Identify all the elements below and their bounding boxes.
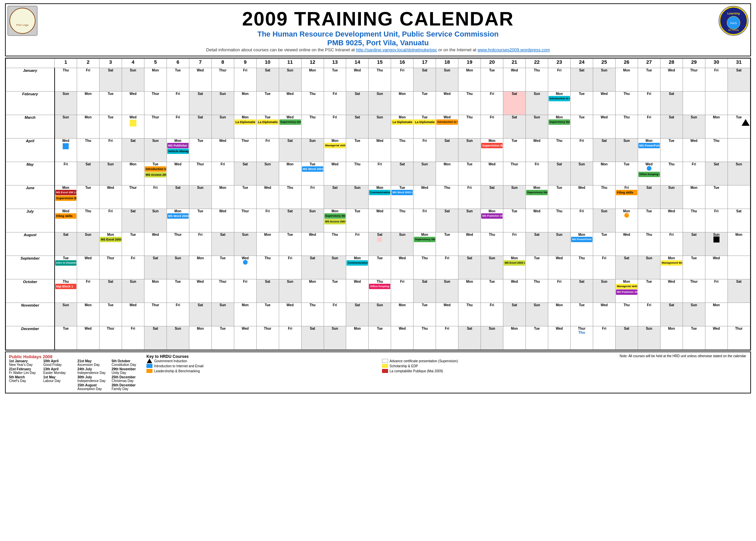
holiday-item: 10th AprilGood Friday (43, 359, 75, 367)
may-label: May (6, 162, 55, 185)
oct-30: Fri (705, 279, 728, 303)
jan-26: Mon (615, 68, 638, 92)
feb-18: Wed (436, 92, 458, 115)
holiday-item (9, 383, 41, 391)
may-22: Fri (526, 162, 548, 185)
oct-23: Fri (548, 279, 571, 303)
jun-12: Fri (301, 185, 324, 209)
oct-1: Thu Mgt Block 1 (55, 279, 77, 303)
jul-13: Mon Supervisory Skills S A N M A MS Acce… (324, 209, 346, 232)
feb-17: Tue (414, 92, 436, 115)
apr-28: Tue (660, 139, 683, 162)
jun-20: Sat (481, 185, 503, 209)
mar-20: Fri (481, 115, 503, 139)
apr-27: Mon MS PowerPoint 2003 (638, 139, 660, 162)
nov-21: Sat (503, 303, 526, 326)
jun-27: Sat (638, 185, 660, 209)
jan-10: Sat (256, 68, 279, 92)
jun-9: Tue (234, 185, 256, 209)
jan-20: Tue (481, 68, 503, 92)
feb-8: Sun (211, 92, 234, 115)
nov-6: Fri (167, 303, 189, 326)
holiday-item: 30th JulyIndependence Day (77, 375, 109, 383)
oct-28: Wed (660, 279, 683, 303)
aug-9: Sun (234, 232, 256, 256)
oct-14: Wed (346, 279, 369, 303)
apr-25: Sat (593, 139, 615, 162)
oct-8: Thur (211, 279, 234, 303)
apr-19: Sun (458, 139, 481, 162)
jul-1: Wed Filing skills (55, 209, 77, 232)
oct-25: Sun (593, 279, 615, 303)
apr-7: Tue (189, 139, 211, 162)
holiday-item: 24th JulyIndependence Day (77, 367, 109, 375)
dec-16: Wed (391, 326, 414, 350)
aug-30-square (713, 236, 719, 242)
nov-26: Thu (615, 303, 638, 326)
oct-12: Mon (301, 279, 324, 303)
event-ms-publisher-2003-1: MS Publisher 2003 (167, 143, 189, 148)
july-row: July Wed Filing skills Thu Fri Sat Sun M… (6, 209, 750, 232)
mar-6: Fri (167, 115, 189, 139)
mar-10: Tue La Diplomatie (256, 115, 279, 139)
aug-6: Thur (167, 232, 189, 256)
event-ms-access-2003-l1: MS Access 2003 L1 (145, 172, 166, 177)
aug-13: Thu (324, 232, 346, 256)
dec-27: Sun (638, 326, 660, 350)
jun-26: Fri Filing skills (615, 185, 638, 209)
dec-5: Sat (144, 326, 167, 350)
feb-7: Sat (189, 92, 211, 115)
jul-28: Wed (660, 209, 683, 232)
jan-13: Tue (324, 68, 346, 92)
nov-30: Mon (705, 303, 728, 326)
dec-4: Fri (122, 326, 144, 350)
sep-2: Wed (77, 256, 100, 279)
jun-1: Mon MS Excel 200 L2 Supervision Block 2 (55, 185, 77, 209)
apr-9: Thur (234, 139, 256, 162)
aug-18: Tue (436, 232, 458, 256)
intranet-link[interactable]: http://sardine.vangov.local/dotnetnuke/p… (356, 47, 437, 52)
jul-6: Mon MS Word 2003 L2 (167, 209, 189, 232)
day-15: 15 (369, 59, 391, 68)
december-label: December (6, 326, 55, 350)
aug-11: Tue (279, 232, 301, 256)
web-link[interactable]: www.hrdcourses2009.wordpress.com (478, 47, 550, 52)
nov-27: Fri (638, 303, 660, 326)
mar-5: Thur (144, 115, 167, 139)
feb-26: Thu (615, 92, 638, 115)
oct-7: Wed (189, 279, 211, 303)
dec-10: Thur (256, 326, 279, 350)
feb-15: Sun (369, 92, 391, 115)
may-4: Mon (122, 162, 144, 185)
oct-16: Fri (391, 279, 414, 303)
may-14: Thu (346, 162, 369, 185)
july-label: July (6, 209, 55, 232)
may-27: Wed Office Keeping skills (638, 162, 660, 185)
holiday-item: 15th AugustAssumption Day (77, 383, 109, 391)
jun-14: Sun (346, 185, 369, 209)
day-4: 4 (122, 59, 144, 68)
day-30: 30 (705, 59, 728, 68)
apr-16: Thu (391, 139, 414, 162)
mar-15: Sun (369, 115, 391, 139)
aug-19: Wed (458, 232, 481, 256)
day-20: 20 (481, 59, 503, 68)
feb-12: Thu (301, 92, 324, 115)
oct-20: Tue (481, 279, 503, 303)
oct-2: Fri (77, 279, 100, 303)
aug-24: Mon MS PowerPoint 2003 (571, 232, 593, 256)
day-3: 3 (99, 59, 122, 68)
feb-9: Mon (234, 92, 256, 115)
event-office-keeping-skills-oct: Office Keeping skills (369, 284, 390, 289)
dec-7: Mon (189, 326, 211, 350)
nov-9: Mon (234, 303, 256, 326)
holiday-item: 25th DecemberChristmas Day (112, 375, 143, 383)
sep-9-dot (243, 260, 248, 265)
day-27: 27 (638, 59, 660, 68)
jun-25: Thu (593, 185, 615, 209)
jul-29: Thu (683, 209, 705, 232)
january-label: January (6, 68, 55, 92)
apr-20: Mon Supervision Block 1 (481, 139, 503, 162)
day-29: 29 (683, 59, 705, 68)
key-title: Key to HRDU Courses (146, 354, 616, 359)
